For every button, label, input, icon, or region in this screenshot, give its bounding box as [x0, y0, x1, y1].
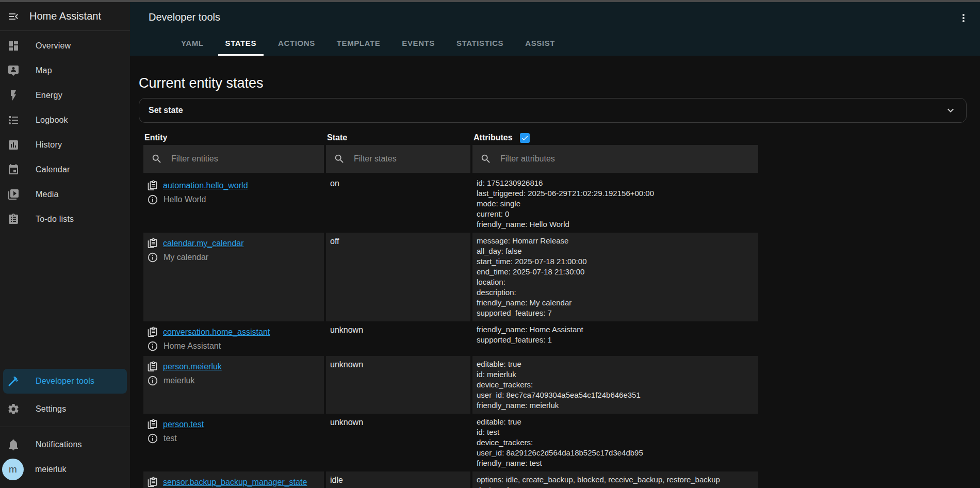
sidebar-item-label: Calendar: [36, 165, 70, 174]
copy-entity-id-icon[interactable]: [146, 326, 158, 338]
sidebar-item-logbook[interactable]: Logbook: [0, 108, 130, 133]
sidebar-item-media[interactable]: Media: [0, 182, 130, 207]
info-icon[interactable]: [147, 340, 158, 352]
tab-statistics[interactable]: STATISTICS: [449, 32, 511, 56]
page-title: Developer tools: [149, 11, 220, 23]
search-icon: [334, 153, 345, 165]
filter-attributes-input[interactable]: [499, 154, 714, 164]
column-header-entity: Entity: [143, 133, 324, 142]
sidebar-item-notifications[interactable]: Notifications: [0, 432, 130, 457]
search-icon: [151, 153, 162, 165]
sidebar-item-label: Map: [36, 66, 52, 75]
sidebar-item-overview[interactable]: Overview: [0, 34, 130, 58]
copy-entity-id-icon[interactable]: [146, 180, 158, 191]
sidebar-item-label: Settings: [36, 404, 66, 414]
filter-states-input[interactable]: [353, 154, 461, 164]
sidebar-item-todo-lists[interactable]: To-do lists: [0, 207, 130, 232]
sidebar-item-history[interactable]: History: [0, 133, 130, 157]
column-header-attributes: Attributes: [472, 133, 758, 143]
app-title: Home Assistant: [29, 10, 101, 22]
attributes-cell: options: idle, create_backup, blocked, r…: [472, 471, 758, 488]
user-name: meierluk: [35, 465, 66, 474]
info-icon[interactable]: [147, 194, 158, 205]
sidebar-item-settings[interactable]: Settings: [0, 397, 130, 421]
chart-box-icon: [7, 139, 20, 151]
check-icon: [521, 134, 529, 142]
avatar: m: [2, 459, 24, 480]
copy-entity-id-icon[interactable]: [146, 476, 158, 488]
column-header-state: State: [326, 133, 470, 142]
kebab-menu-icon[interactable]: [957, 12, 970, 24]
tab-yaml[interactable]: YAML: [174, 32, 211, 56]
entity-id-link[interactable]: person.test: [163, 420, 204, 429]
section-heading: Current entity states: [139, 75, 980, 91]
copy-entity-id-icon[interactable]: [146, 418, 158, 430]
calendar-icon: [7, 164, 20, 176]
entity-friendly-name: Hello World: [164, 195, 206, 204]
table-row: automation.hello_world Hello World on id…: [143, 175, 758, 233]
table-row: sensor.backup_backup_manager_state Backu…: [143, 471, 758, 488]
info-icon[interactable]: [147, 433, 158, 444]
tab-assist[interactable]: ASSIST: [518, 32, 562, 56]
table-row: conversation.home_assistant Home Assista…: [143, 321, 758, 356]
attributes-cell: editable: true id: test device_trackers:…: [472, 414, 758, 471]
app-header: Developer tools YAML STATES ACTIONS TEMP…: [130, 2, 980, 56]
entity-id-link[interactable]: sensor.backup_backup_manager_state: [163, 478, 307, 487]
sidebar-item-label: Notifications: [36, 440, 82, 449]
sidebar-divider: [0, 427, 130, 427]
entity-cell: calendar.my_calendar My calendar: [143, 233, 324, 321]
sidebar-bottom: Developer tools Settings Notifications m…: [0, 369, 130, 488]
entity-id-link[interactable]: person.meierluk: [163, 362, 222, 371]
sidebar-item-map[interactable]: Map: [0, 58, 130, 83]
play-box-icon: [7, 188, 20, 201]
sidebar-item-user-profile[interactable]: m meierluk: [0, 457, 130, 482]
info-icon[interactable]: [147, 252, 158, 263]
state-filter-box: [326, 145, 470, 173]
entity-id-link[interactable]: automation.hello_world: [163, 181, 248, 190]
clipboard-list-icon: [7, 213, 20, 225]
entity-id-link[interactable]: calendar.my_calendar: [163, 239, 244, 248]
entity-cell: conversation.home_assistant Home Assista…: [143, 321, 324, 356]
copy-entity-id-icon[interactable]: [146, 361, 158, 372]
sidebar-item-label: Media: [36, 190, 59, 199]
entity-friendly-name: test: [164, 434, 177, 443]
entity-friendly-name: My calendar: [164, 253, 208, 262]
entity-cell: sensor.backup_backup_manager_state Backu…: [143, 471, 324, 488]
sidebar-toggle-menu-icon[interactable]: [7, 10, 20, 23]
chevron-down-icon: [944, 104, 957, 117]
tab-template[interactable]: TEMPLATE: [330, 32, 388, 56]
logbook-list-icon: [7, 114, 20, 126]
hammer-icon: [7, 375, 20, 387]
tab-states[interactable]: STATES: [218, 32, 264, 56]
tab-events[interactable]: EVENTS: [395, 32, 442, 56]
info-icon[interactable]: [147, 375, 158, 386]
lightning-bolt-icon: [7, 89, 20, 102]
entity-filter-box: [143, 145, 324, 173]
entity-id-link[interactable]: conversation.home_assistant: [163, 328, 270, 337]
tab-actions[interactable]: ACTIONS: [271, 32, 322, 56]
table-row: calendar.my_calendar My calendar off mes…: [143, 233, 758, 321]
filter-entities-input[interactable]: [170, 154, 306, 164]
sidebar-item-label: Overview: [36, 41, 71, 51]
table-rows: automation.hello_world Hello World on id…: [143, 175, 758, 488]
attributes-checkbox[interactable]: [520, 133, 530, 143]
sidebar-item-label: History: [36, 140, 62, 150]
sidebar-item-developer-tools[interactable]: Developer tools: [3, 369, 127, 394]
state-cell: idle: [326, 471, 470, 488]
attributes-filter-box: [472, 145, 758, 173]
main-content: Current entity states Set state Entity S…: [130, 56, 980, 488]
attributes-cell: friendly_name: Home Assistant supported_…: [472, 321, 758, 356]
sidebar-item-label: Logbook: [36, 116, 68, 125]
gear-icon: [7, 403, 20, 415]
set-state-expansion-panel[interactable]: Set state: [139, 98, 967, 123]
sidebar-item-energy[interactable]: Energy: [0, 83, 130, 108]
copy-entity-id-icon[interactable]: [146, 237, 158, 249]
state-cell: unknown: [326, 414, 470, 471]
state-cell: unknown: [326, 321, 470, 356]
entity-friendly-name: meierluk: [164, 376, 194, 385]
sidebar-item-calendar[interactable]: Calendar: [0, 157, 130, 182]
sidebar-item-label: Developer tools: [36, 377, 94, 386]
sidebar-nav: Overview Map Energy Logbook History Cale…: [0, 31, 130, 232]
entity-friendly-name: Home Assistant: [164, 341, 221, 351]
attributes-label: Attributes: [473, 133, 513, 142]
